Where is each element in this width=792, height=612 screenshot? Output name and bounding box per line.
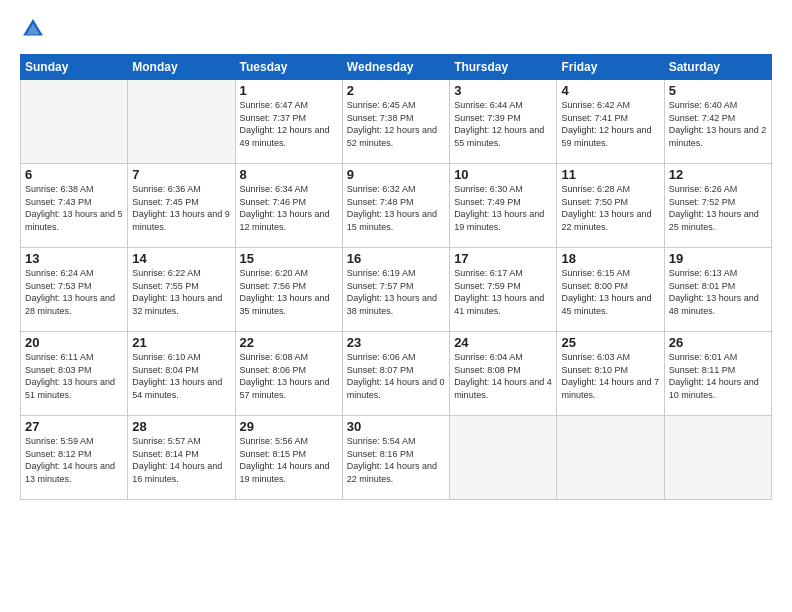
day-number: 12 bbox=[669, 167, 767, 182]
day-number: 2 bbox=[347, 83, 445, 98]
day-detail: Sunrise: 6:30 AM Sunset: 7:49 PM Dayligh… bbox=[454, 183, 552, 233]
calendar-cell bbox=[557, 416, 664, 500]
calendar-cell: 20Sunrise: 6:11 AM Sunset: 8:03 PM Dayli… bbox=[21, 332, 128, 416]
day-number: 10 bbox=[454, 167, 552, 182]
calendar-cell bbox=[128, 80, 235, 164]
calendar-cell: 14Sunrise: 6:22 AM Sunset: 7:55 PM Dayli… bbox=[128, 248, 235, 332]
calendar-cell: 12Sunrise: 6:26 AM Sunset: 7:52 PM Dayli… bbox=[664, 164, 771, 248]
day-detail: Sunrise: 5:59 AM Sunset: 8:12 PM Dayligh… bbox=[25, 435, 123, 485]
day-detail: Sunrise: 6:19 AM Sunset: 7:57 PM Dayligh… bbox=[347, 267, 445, 317]
day-number: 6 bbox=[25, 167, 123, 182]
calendar-cell: 28Sunrise: 5:57 AM Sunset: 8:14 PM Dayli… bbox=[128, 416, 235, 500]
day-number: 4 bbox=[561, 83, 659, 98]
calendar-cell: 21Sunrise: 6:10 AM Sunset: 8:04 PM Dayli… bbox=[128, 332, 235, 416]
day-number: 1 bbox=[240, 83, 338, 98]
weekday-header-row: SundayMondayTuesdayWednesdayThursdayFrid… bbox=[21, 55, 772, 80]
calendar-week-row: 6Sunrise: 6:38 AM Sunset: 7:43 PM Daylig… bbox=[21, 164, 772, 248]
calendar-cell: 16Sunrise: 6:19 AM Sunset: 7:57 PM Dayli… bbox=[342, 248, 449, 332]
day-detail: Sunrise: 6:45 AM Sunset: 7:38 PM Dayligh… bbox=[347, 99, 445, 149]
calendar-cell: 19Sunrise: 6:13 AM Sunset: 8:01 PM Dayli… bbox=[664, 248, 771, 332]
calendar-week-row: 13Sunrise: 6:24 AM Sunset: 7:53 PM Dayli… bbox=[21, 248, 772, 332]
calendar-cell: 2Sunrise: 6:45 AM Sunset: 7:38 PM Daylig… bbox=[342, 80, 449, 164]
day-detail: Sunrise: 6:13 AM Sunset: 8:01 PM Dayligh… bbox=[669, 267, 767, 317]
day-number: 28 bbox=[132, 419, 230, 434]
day-number: 17 bbox=[454, 251, 552, 266]
day-detail: Sunrise: 6:34 AM Sunset: 7:46 PM Dayligh… bbox=[240, 183, 338, 233]
weekday-header-monday: Monday bbox=[128, 55, 235, 80]
day-number: 24 bbox=[454, 335, 552, 350]
day-number: 11 bbox=[561, 167, 659, 182]
calendar-cell bbox=[664, 416, 771, 500]
calendar-cell: 5Sunrise: 6:40 AM Sunset: 7:42 PM Daylig… bbox=[664, 80, 771, 164]
calendar-cell bbox=[450, 416, 557, 500]
calendar-cell: 23Sunrise: 6:06 AM Sunset: 8:07 PM Dayli… bbox=[342, 332, 449, 416]
calendar-cell: 22Sunrise: 6:08 AM Sunset: 8:06 PM Dayli… bbox=[235, 332, 342, 416]
day-number: 25 bbox=[561, 335, 659, 350]
day-detail: Sunrise: 6:20 AM Sunset: 7:56 PM Dayligh… bbox=[240, 267, 338, 317]
day-number: 18 bbox=[561, 251, 659, 266]
day-number: 13 bbox=[25, 251, 123, 266]
weekday-header-sunday: Sunday bbox=[21, 55, 128, 80]
page: SundayMondayTuesdayWednesdayThursdayFrid… bbox=[0, 0, 792, 612]
calendar-cell: 4Sunrise: 6:42 AM Sunset: 7:41 PM Daylig… bbox=[557, 80, 664, 164]
calendar-cell: 17Sunrise: 6:17 AM Sunset: 7:59 PM Dayli… bbox=[450, 248, 557, 332]
calendar-cell: 3Sunrise: 6:44 AM Sunset: 7:39 PM Daylig… bbox=[450, 80, 557, 164]
day-detail: Sunrise: 6:36 AM Sunset: 7:45 PM Dayligh… bbox=[132, 183, 230, 233]
day-number: 16 bbox=[347, 251, 445, 266]
day-number: 27 bbox=[25, 419, 123, 434]
day-number: 30 bbox=[347, 419, 445, 434]
day-number: 15 bbox=[240, 251, 338, 266]
weekday-header-saturday: Saturday bbox=[664, 55, 771, 80]
day-detail: Sunrise: 6:47 AM Sunset: 7:37 PM Dayligh… bbox=[240, 99, 338, 149]
day-detail: Sunrise: 6:11 AM Sunset: 8:03 PM Dayligh… bbox=[25, 351, 123, 401]
day-number: 26 bbox=[669, 335, 767, 350]
calendar-cell: 8Sunrise: 6:34 AM Sunset: 7:46 PM Daylig… bbox=[235, 164, 342, 248]
day-detail: Sunrise: 6:28 AM Sunset: 7:50 PM Dayligh… bbox=[561, 183, 659, 233]
calendar-cell: 26Sunrise: 6:01 AM Sunset: 8:11 PM Dayli… bbox=[664, 332, 771, 416]
weekday-header-wednesday: Wednesday bbox=[342, 55, 449, 80]
day-number: 5 bbox=[669, 83, 767, 98]
calendar-week-row: 27Sunrise: 5:59 AM Sunset: 8:12 PM Dayli… bbox=[21, 416, 772, 500]
weekday-header-friday: Friday bbox=[557, 55, 664, 80]
day-number: 21 bbox=[132, 335, 230, 350]
day-number: 20 bbox=[25, 335, 123, 350]
calendar-cell: 24Sunrise: 6:04 AM Sunset: 8:08 PM Dayli… bbox=[450, 332, 557, 416]
day-number: 19 bbox=[669, 251, 767, 266]
logo bbox=[20, 18, 48, 44]
day-number: 22 bbox=[240, 335, 338, 350]
day-detail: Sunrise: 6:38 AM Sunset: 7:43 PM Dayligh… bbox=[25, 183, 123, 233]
calendar-cell: 25Sunrise: 6:03 AM Sunset: 8:10 PM Dayli… bbox=[557, 332, 664, 416]
day-detail: Sunrise: 6:10 AM Sunset: 8:04 PM Dayligh… bbox=[132, 351, 230, 401]
calendar-cell: 6Sunrise: 6:38 AM Sunset: 7:43 PM Daylig… bbox=[21, 164, 128, 248]
day-detail: Sunrise: 5:54 AM Sunset: 8:16 PM Dayligh… bbox=[347, 435, 445, 485]
calendar-cell: 1Sunrise: 6:47 AM Sunset: 7:37 PM Daylig… bbox=[235, 80, 342, 164]
calendar-week-row: 1Sunrise: 6:47 AM Sunset: 7:37 PM Daylig… bbox=[21, 80, 772, 164]
calendar-cell: 9Sunrise: 6:32 AM Sunset: 7:48 PM Daylig… bbox=[342, 164, 449, 248]
calendar-table: SundayMondayTuesdayWednesdayThursdayFrid… bbox=[20, 54, 772, 500]
calendar-cell: 30Sunrise: 5:54 AM Sunset: 8:16 PM Dayli… bbox=[342, 416, 449, 500]
day-detail: Sunrise: 5:56 AM Sunset: 8:15 PM Dayligh… bbox=[240, 435, 338, 485]
day-detail: Sunrise: 6:17 AM Sunset: 7:59 PM Dayligh… bbox=[454, 267, 552, 317]
calendar-cell: 18Sunrise: 6:15 AM Sunset: 8:00 PM Dayli… bbox=[557, 248, 664, 332]
calendar-cell: 29Sunrise: 5:56 AM Sunset: 8:15 PM Dayli… bbox=[235, 416, 342, 500]
day-detail: Sunrise: 6:26 AM Sunset: 7:52 PM Dayligh… bbox=[669, 183, 767, 233]
calendar-cell bbox=[21, 80, 128, 164]
day-detail: Sunrise: 6:44 AM Sunset: 7:39 PM Dayligh… bbox=[454, 99, 552, 149]
day-detail: Sunrise: 6:42 AM Sunset: 7:41 PM Dayligh… bbox=[561, 99, 659, 149]
day-detail: Sunrise: 6:22 AM Sunset: 7:55 PM Dayligh… bbox=[132, 267, 230, 317]
calendar-cell: 13Sunrise: 6:24 AM Sunset: 7:53 PM Dayli… bbox=[21, 248, 128, 332]
day-detail: Sunrise: 6:08 AM Sunset: 8:06 PM Dayligh… bbox=[240, 351, 338, 401]
calendar-cell: 7Sunrise: 6:36 AM Sunset: 7:45 PM Daylig… bbox=[128, 164, 235, 248]
day-number: 7 bbox=[132, 167, 230, 182]
day-number: 8 bbox=[240, 167, 338, 182]
calendar-cell: 15Sunrise: 6:20 AM Sunset: 7:56 PM Dayli… bbox=[235, 248, 342, 332]
generalblue-icon bbox=[22, 18, 44, 40]
day-number: 14 bbox=[132, 251, 230, 266]
day-detail: Sunrise: 5:57 AM Sunset: 8:14 PM Dayligh… bbox=[132, 435, 230, 485]
weekday-header-tuesday: Tuesday bbox=[235, 55, 342, 80]
calendar-week-row: 20Sunrise: 6:11 AM Sunset: 8:03 PM Dayli… bbox=[21, 332, 772, 416]
day-detail: Sunrise: 6:01 AM Sunset: 8:11 PM Dayligh… bbox=[669, 351, 767, 401]
day-detail: Sunrise: 6:06 AM Sunset: 8:07 PM Dayligh… bbox=[347, 351, 445, 401]
day-number: 29 bbox=[240, 419, 338, 434]
day-number: 23 bbox=[347, 335, 445, 350]
